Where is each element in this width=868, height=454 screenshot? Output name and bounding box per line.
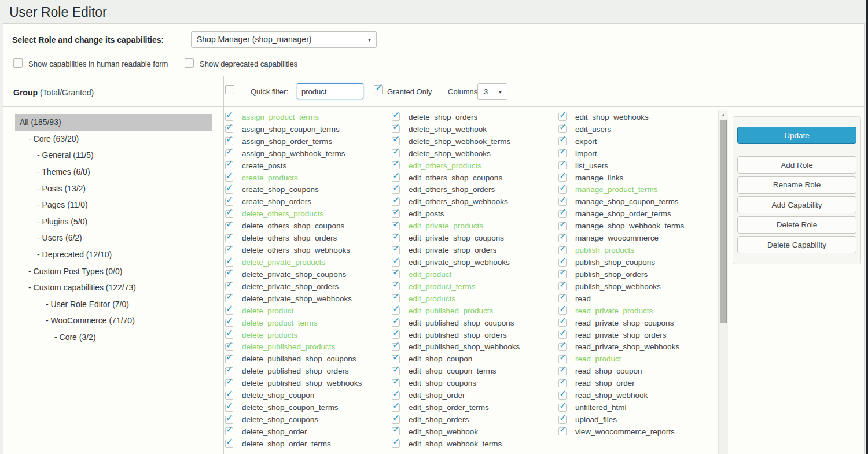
capability-checkbox[interactable]: ✓ [558,222,567,230]
group-tree-item[interactable]: - Themes (6/0) [15,164,212,180]
capability-checkbox[interactable]: ✓ [225,379,233,387]
capability-checkbox[interactable]: ✓ [225,234,233,242]
capability-checkbox[interactable]: ✓ [225,307,233,315]
group-tree-item[interactable]: - General (11/5) [15,147,212,164]
group-tree-item[interactable]: - Pages (11/0) [15,197,212,213]
capability-checkbox[interactable]: ✓ [558,404,567,412]
capability-checkbox[interactable]: ✓ [225,282,233,290]
capability-checkbox[interactable]: ✓ [558,161,567,169]
capability-checkbox[interactable]: ✓ [392,174,400,182]
capability-checkbox[interactable]: ✓ [558,137,567,145]
capability-checkbox[interactable]: ✓ [392,210,400,218]
capability-checkbox[interactable]: ✓ [225,259,233,267]
capability-checkbox[interactable]: ✓ [558,367,567,375]
capability-checkbox[interactable]: ✓ [558,319,567,327]
capabilities-scrollbar[interactable]: ▲ [718,110,728,454]
capability-checkbox[interactable]: ✓ [558,259,567,267]
capability-checkbox[interactable]: ✓ [392,404,400,412]
capability-checkbox[interactable]: ✓ [392,270,400,278]
capability-checkbox[interactable]: ✓ [225,427,233,435]
columns-select[interactable]: 3 ▾ [477,83,507,100]
group-tree-item[interactable]: - Posts (13/2) [15,180,212,197]
action-button[interactable]: Update [737,127,856,144]
capability-checkbox[interactable]: ✓ [392,367,400,375]
capability-checkbox[interactable]: ✓ [225,246,233,254]
capability-checkbox[interactable]: ✓ [225,331,233,339]
capability-checkbox[interactable]: ✓ [225,186,233,194]
capability-checkbox[interactable]: ✓ [392,416,400,424]
capability-checkbox[interactable]: ✓ [225,198,233,206]
capability-checkbox[interactable]: ✓ [558,198,567,206]
capability-checkbox[interactable]: ✓ [392,355,400,363]
capability-checkbox[interactable]: ✓ [392,392,400,400]
capability-checkbox[interactable]: ✓ [392,440,400,448]
role-select[interactable]: Shop Manager (shop_manager) ▾ [191,31,377,48]
action-button[interactable]: Delete Role [737,216,856,234]
capability-checkbox[interactable]: ✓ [558,270,567,278]
capability-checkbox[interactable]: ✓ [558,234,567,242]
quick-filter-input[interactable] [297,83,363,99]
capability-checkbox[interactable]: ✓ [225,137,233,145]
capability-checkbox[interactable]: ✓ [225,440,233,448]
capability-checkbox[interactable]: ✓ [225,319,233,327]
capability-checkbox[interactable]: ✓ [392,137,400,145]
capability-checkbox[interactable]: ✓ [558,113,567,121]
capability-checkbox[interactable]: ✓ [392,246,400,254]
capability-checkbox[interactable]: ✓ [558,379,567,387]
capability-checkbox[interactable]: ✓ [558,210,567,218]
capability-checkbox[interactable]: ✓ [392,234,400,242]
group-tree-item[interactable]: - Core (3/2) [15,329,212,346]
capability-checkbox[interactable]: ✓ [225,125,233,133]
capability-checkbox[interactable]: ✓ [558,246,567,254]
deprecated-checkbox[interactable] [185,58,194,68]
group-tree-item[interactable]: - Custom Post Types (0/0) [15,263,212,279]
capability-checkbox[interactable]: ✓ [225,113,233,121]
group-tree-item[interactable]: - Plugins (5/0) [15,213,212,230]
capability-checkbox[interactable]: ✓ [558,294,567,302]
group-tree-item[interactable]: - Users (6/2) [15,230,212,246]
select-all-checkbox[interactable] [225,85,234,94]
capability-checkbox[interactable]: ✓ [558,307,567,315]
capability-checkbox[interactable]: ✓ [558,392,567,400]
action-button[interactable]: Delete Capability [737,236,856,253]
capability-checkbox[interactable]: ✓ [225,392,233,400]
capability-checkbox[interactable]: ✓ [392,259,400,267]
human-readable-checkbox[interactable] [13,58,23,68]
capability-checkbox[interactable]: ✓ [225,416,233,424]
capability-checkbox[interactable]: ✓ [392,198,400,206]
capability-checkbox[interactable]: ✓ [225,149,233,157]
capability-checkbox[interactable]: ✓ [392,319,400,327]
action-button[interactable]: Add Capability [737,196,856,213]
capability-checkbox[interactable]: ✓ [392,222,400,230]
capability-checkbox[interactable]: ✓ [558,282,567,290]
capability-checkbox[interactable]: ✓ [558,331,567,339]
capability-checkbox[interactable]: ✓ [392,125,400,133]
group-tree-item[interactable]: - User Role Editor (7/0) [15,296,212,313]
group-tree-item[interactable]: - Core (63/20) [15,131,212,147]
capability-checkbox[interactable]: ✓ [225,174,233,182]
capability-checkbox[interactable]: ✓ [558,427,567,435]
group-tree-item[interactable]: - Custom capabilities (122/73) [15,279,212,296]
group-tree-item[interactable]: All (185/93) [15,114,212,131]
capability-checkbox[interactable]: ✓ [558,174,567,182]
capability-checkbox[interactable]: ✓ [558,416,567,424]
action-button[interactable]: Add Role [737,156,856,174]
capability-checkbox[interactable]: ✓ [392,379,400,387]
capability-checkbox[interactable]: ✓ [225,404,233,412]
capability-checkbox[interactable]: ✓ [392,307,400,315]
capability-checkbox[interactable]: ✓ [558,149,567,157]
capability-checkbox[interactable]: ✓ [392,282,400,290]
capability-checkbox[interactable]: ✓ [558,125,567,133]
capability-checkbox[interactable]: ✓ [558,186,567,194]
capability-checkbox[interactable]: ✓ [225,210,233,218]
capability-checkbox[interactable]: ✓ [392,294,400,302]
capability-checkbox[interactable]: ✓ [392,343,400,351]
scrollbar-thumb[interactable] [720,120,727,323]
capability-checkbox[interactable]: ✓ [392,331,400,339]
granted-only-checkbox[interactable]: ✓ [374,85,383,94]
capability-checkbox[interactable]: ✓ [392,186,400,194]
capability-checkbox[interactable]: ✓ [392,427,400,435]
capability-checkbox[interactable]: ✓ [558,355,567,363]
capability-checkbox[interactable]: ✓ [558,343,567,351]
capability-checkbox[interactable]: ✓ [392,149,400,157]
